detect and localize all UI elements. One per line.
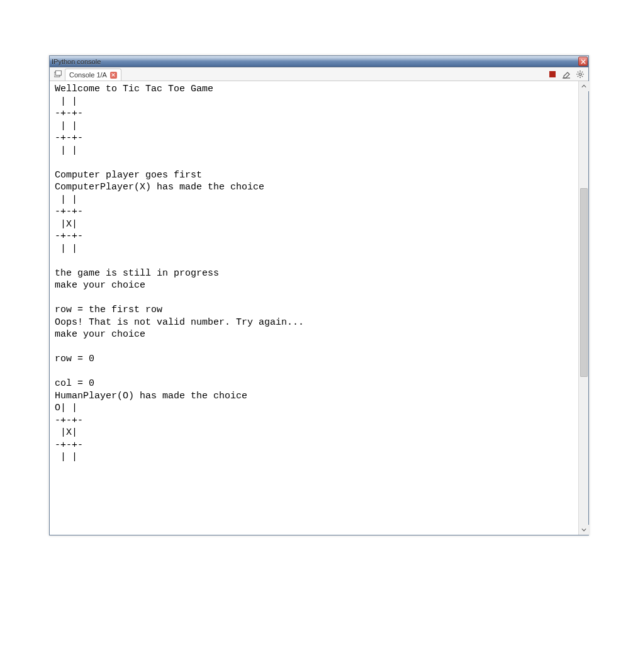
- console-options-button[interactable]: [576, 70, 585, 79]
- tabbar-actions: [548, 67, 585, 81]
- chevron-down-icon: [581, 527, 586, 532]
- svg-point-3: [579, 73, 581, 76]
- console-output-text: Wellcome to Tic Tac Toe Game | | -+-+- |…: [50, 81, 588, 466]
- tab-console-1a[interactable]: Console 1/A: [65, 69, 121, 81]
- scrollbar-up-button[interactable]: [579, 81, 589, 91]
- stop-icon: [549, 71, 556, 77]
- svg-rect-1: [55, 70, 61, 75]
- tab-browse-button[interactable]: [52, 67, 64, 81]
- close-icon: [111, 73, 115, 77]
- close-icon: [581, 59, 586, 64]
- gear-icon: [576, 70, 585, 79]
- console-tab-bar: Console 1/A: [50, 67, 588, 81]
- window-close-button[interactable]: [578, 57, 588, 66]
- clear-console-button[interactable]: [562, 70, 571, 79]
- stop-kernel-button[interactable]: [548, 70, 557, 79]
- scrollbar-down-button[interactable]: [579, 525, 589, 535]
- eraser-icon: [562, 70, 571, 79]
- console-output-area[interactable]: Wellcome to Tic Tac Toe Game | | -+-+- |…: [50, 81, 588, 535]
- vertical-scrollbar[interactable]: [578, 81, 588, 535]
- browse-tabs-icon: [54, 70, 62, 78]
- chevron-up-icon: [581, 84, 586, 89]
- ipython-console-window: IPython console Console 1/A: [49, 55, 589, 535]
- tab-label: Console 1/A: [69, 71, 107, 79]
- scrollbar-thumb[interactable]: [580, 188, 588, 377]
- window-titlebar: IPython console: [50, 56, 588, 67]
- tab-close-button[interactable]: [110, 72, 117, 79]
- window-title: IPython console: [52, 58, 101, 65]
